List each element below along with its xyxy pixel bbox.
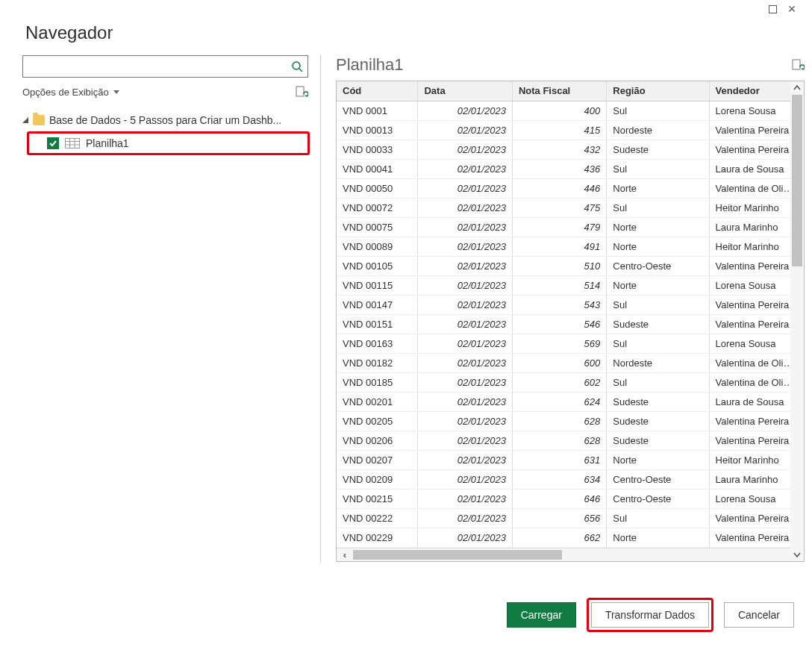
cell-regiao: Sudeste	[607, 140, 709, 159]
close-button[interactable]: ×	[782, 1, 802, 16]
dialog-title: Navegador	[0, 18, 812, 55]
scroll-up-arrow-icon[interactable]	[790, 81, 804, 95]
table-row[interactable]: VND 0001302/01/2023415NordesteValentina …	[337, 120, 804, 140]
cell-nota: 475	[512, 198, 606, 217]
cell-cod: VND 00151	[337, 314, 418, 334]
cell-nota: 400	[512, 101, 606, 120]
display-options-dropdown[interactable]: Opções de Exibição	[22, 87, 119, 98]
table-row[interactable]: VND 0010502/01/2023510Centro-OesteValent…	[337, 256, 804, 275]
transform-data-button[interactable]: Transformar Dados	[591, 602, 709, 628]
table-row[interactable]: VND 0020102/01/2023624SudesteLaura de So…	[337, 392, 804, 411]
cell-vendedor: Lorena Sousa	[709, 334, 803, 353]
cell-vendedor: Lorena Sousa	[709, 489, 803, 508]
cell-regiao: Sul	[607, 508, 709, 528]
cell-vendedor: Valentina de Oliveir	[709, 353, 803, 372]
cell-nota: 432	[512, 140, 606, 159]
table-row[interactable]: VND 0018502/01/2023602SulValentina de Ol…	[337, 372, 804, 392]
cell-nota: 602	[512, 372, 606, 392]
svg-point-0	[293, 62, 300, 69]
table-row[interactable]: VND 0005002/01/2023446NorteValentina de …	[337, 178, 804, 198]
cell-regiao: Sul	[607, 295, 709, 314]
cell-vendedor: Valentina Pereira	[709, 431, 803, 450]
cell-cod: VND 00185	[337, 372, 418, 392]
cell-cod: VND 00163	[337, 334, 418, 353]
cell-data: 02/01/2023	[418, 431, 512, 450]
search-icon[interactable]	[291, 60, 303, 72]
cell-cod: VND 0001	[337, 101, 418, 120]
load-button[interactable]: Carregar	[507, 602, 576, 628]
table-row[interactable]: VND 0003302/01/2023432SudesteValentina P…	[337, 140, 804, 159]
table-row[interactable]: VND 0020502/01/2023628SudesteValentina P…	[337, 411, 804, 431]
table-row[interactable]: VND 0008902/01/2023491NorteHeitor Marinh…	[337, 237, 804, 256]
tree-child-item[interactable]: Planilha1	[27, 131, 310, 155]
cell-vendedor: Valentina de Oliveir	[709, 178, 803, 198]
cell-regiao: Sul	[607, 198, 709, 217]
cell-data: 02/01/2023	[418, 275, 512, 295]
cell-data: 02/01/2023	[418, 140, 512, 159]
table-row[interactable]: VND 0007202/01/2023475SulHeitor Marinho	[337, 198, 804, 217]
chevron-down-icon	[113, 90, 119, 94]
cell-nota: 656	[512, 508, 606, 528]
display-options-label: Opções de Exibição	[22, 87, 109, 98]
table-row[interactable]: VND 0004102/01/2023436SulLaura de Sousa	[337, 159, 804, 178]
refresh-icon[interactable]	[295, 85, 308, 99]
table-row[interactable]: VND 0018202/01/2023600NordesteValentina …	[337, 353, 804, 372]
vertical-scrollbar[interactable]	[790, 81, 804, 561]
table-row[interactable]: VND 0016302/01/2023569SulLorena Sousa	[337, 334, 804, 353]
table-row[interactable]: VND 0022202/01/2023656SulValentina Perei…	[337, 508, 804, 528]
cell-regiao: Sul	[607, 334, 709, 353]
cell-cod: VND 00115	[337, 275, 418, 295]
cell-vendedor: Heitor Marinho	[709, 198, 803, 217]
hscroll-track[interactable]	[353, 548, 787, 561]
cell-nota: 628	[512, 411, 606, 431]
scroll-left-arrow-icon[interactable]: ‹	[337, 549, 353, 560]
cell-cod: VND 00207	[337, 450, 418, 469]
cell-regiao: Sudeste	[607, 411, 709, 431]
cell-vendedor: Laura de Sousa	[709, 159, 803, 178]
cell-cod: VND 00205	[337, 411, 418, 431]
col-header-vendedor[interactable]: Vendedor	[709, 81, 803, 101]
cell-cod: VND 00229	[337, 528, 418, 547]
table-row[interactable]: VND 0014702/01/2023543SulValentina Perei…	[337, 295, 804, 314]
tree-parent-item[interactable]: Base de Dados - 5 Passos para Criar um D…	[22, 109, 313, 131]
table-row[interactable]: VND 0007502/01/2023479NorteLaura Marinho	[337, 217, 804, 237]
table-row[interactable]: VND 0022902/01/2023662NorteValentina Per…	[337, 528, 804, 547]
cell-cod: VND 00089	[337, 237, 418, 256]
scroll-down-arrow-icon[interactable]	[790, 548, 804, 561]
preview-table-container: Cód Data Nota Fiscal Região Vendedor VND…	[336, 81, 805, 562]
cell-regiao: Norte	[607, 275, 709, 295]
table-row[interactable]: VND 0015102/01/2023546SudesteValentina P…	[337, 314, 804, 334]
preview-title: Planilha1	[336, 55, 404, 75]
maximize-button[interactable]	[763, 1, 782, 16]
col-header-regiao[interactable]: Região	[607, 81, 709, 101]
transform-highlight: Transformar Dados	[587, 598, 713, 632]
search-field-wrap[interactable]	[22, 55, 308, 78]
cell-regiao: Centro-Oeste	[607, 256, 709, 275]
cell-nota: 634	[512, 469, 606, 489]
cell-regiao: Centro-Oeste	[607, 469, 709, 489]
horizontal-scrollbar[interactable]: ‹ ›	[337, 548, 804, 561]
table-row[interactable]: VND 0011502/01/2023514NorteLorena Sousa	[337, 275, 804, 295]
scroll-thumb[interactable]	[792, 95, 802, 266]
table-row[interactable]: VND 0020602/01/2023628SudesteValentina P…	[337, 431, 804, 450]
cell-nota: 543	[512, 295, 606, 314]
cell-data: 02/01/2023	[418, 372, 512, 392]
expand-caret-icon[interactable]	[22, 117, 28, 123]
search-input[interactable]	[29, 60, 291, 73]
table-row[interactable]: VND 000102/01/2023400SulLorena Sousa	[337, 101, 804, 120]
cell-cod: VND 00013	[337, 120, 418, 140]
table-row[interactable]: VND 0020702/01/2023631NorteHeitor Marinh…	[337, 450, 804, 469]
col-header-cod[interactable]: Cód	[337, 81, 418, 101]
checkbox-checked-icon[interactable]	[47, 137, 59, 149]
scroll-track[interactable]	[790, 95, 804, 548]
preview-refresh-icon[interactable]	[791, 58, 805, 72]
col-header-nota[interactable]: Nota Fiscal	[512, 81, 606, 101]
cell-data: 02/01/2023	[418, 256, 512, 275]
cell-regiao: Nordeste	[607, 120, 709, 140]
table-row[interactable]: VND 0021502/01/2023646Centro-OesteLorena…	[337, 489, 804, 508]
col-header-data[interactable]: Data	[418, 81, 512, 101]
cancel-button[interactable]: Cancelar	[724, 602, 794, 628]
hscroll-thumb[interactable]	[353, 550, 562, 560]
worksheet-icon	[65, 138, 80, 149]
table-row[interactable]: VND 0020902/01/2023634Centro-OesteLaura …	[337, 469, 804, 489]
